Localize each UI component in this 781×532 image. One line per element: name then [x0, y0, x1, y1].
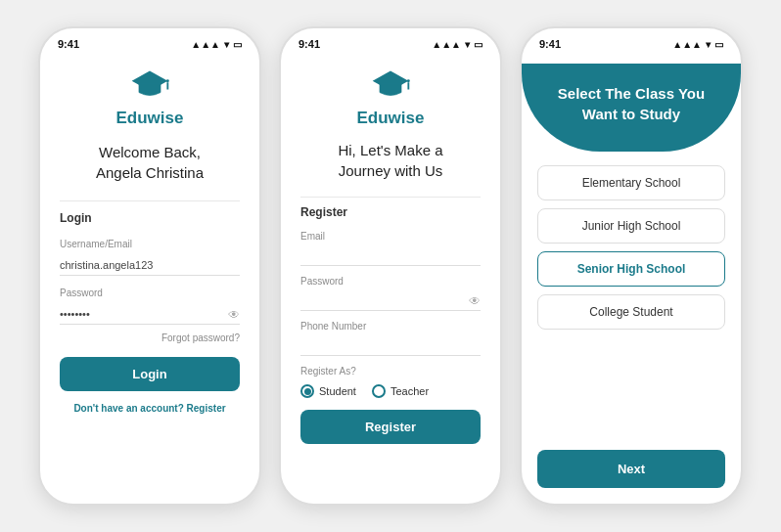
login-body: Eduwise Welcome Back, Angela Christina L…	[40, 54, 259, 427]
battery-icon-1: ▭	[233, 39, 242, 50]
student-label: Student	[319, 385, 356, 397]
register-link-row: Don't have an account? Register	[60, 403, 240, 414]
register-as-label: Register As?	[300, 366, 481, 377]
senior-high-school-option[interactable]: Senior High School	[537, 251, 725, 287]
divider-2	[300, 197, 481, 198]
eye-icon-1[interactable]: 👁	[228, 308, 240, 322]
next-button[interactable]: Next	[537, 450, 725, 488]
divider-1	[60, 200, 240, 201]
eye-icon-2[interactable]: 👁	[469, 294, 481, 308]
elementary-school-option[interactable]: Elementary School	[537, 165, 725, 200]
signal-icon-3: ▲▲▲	[672, 39, 702, 50]
status-bar-3: 9:41 ▲▲▲ ▾ ▭	[522, 28, 741, 54]
battery-icon-2: ▭	[474, 39, 482, 50]
signal-icon-1: ▲▲▲	[191, 39, 220, 50]
password-row: 👁	[60, 304, 240, 325]
phone-class-selection: 9:41 ▲▲▲ ▾ ▭ Select The Class You Want t…	[520, 26, 743, 506]
svg-point-1	[166, 79, 169, 82]
password-input-1[interactable]	[60, 304, 240, 325]
graduation-cap-icon-2	[369, 62, 412, 105]
password-input-2[interactable]	[300, 290, 481, 311]
app-logo-2: Eduwise	[300, 62, 481, 128]
username-input[interactable]	[60, 255, 240, 276]
email-input[interactable]	[300, 245, 481, 266]
battery-icon-3: ▭	[714, 39, 723, 50]
login-section-label: Login	[60, 211, 240, 225]
teacher-label: Teacher	[390, 385, 429, 397]
app-name-1: Eduwise	[116, 109, 184, 128]
status-time-1: 9:41	[58, 38, 79, 50]
login-content: Eduwise Welcome Back, Angela Christina L…	[40, 54, 259, 504]
register-content: Eduwise Hi, Let's Make a Journey with Us…	[281, 54, 500, 504]
username-label: Username/Email	[60, 239, 240, 249]
password-label-2: Password	[300, 276, 481, 287]
teacher-option[interactable]: Teacher	[372, 384, 429, 398]
phone-input[interactable]	[300, 335, 481, 356]
app-logo-1: Eduwise	[60, 62, 240, 128]
student-radio[interactable]	[300, 384, 314, 398]
status-icons-2: ▲▲▲ ▾ ▭	[432, 39, 482, 50]
status-bar-1: 9:41 ▲▲▲ ▾ ▭	[40, 28, 259, 54]
teacher-radio[interactable]	[372, 384, 386, 398]
status-time-3: 9:41	[539, 38, 561, 50]
radio-row: Student Teacher	[300, 384, 481, 398]
app-name-2: Eduwise	[357, 109, 425, 128]
signal-icon-2: ▲▲▲	[432, 39, 461, 50]
phone-register: 9:41 ▲▲▲ ▾ ▭ Eduwise Hi,	[279, 26, 502, 506]
forgot-password-link[interactable]: Forgot password?	[60, 332, 240, 343]
status-icons-3: ▲▲▲ ▾ ▭	[672, 39, 723, 50]
register-body: Eduwise Hi, Let's Make a Journey with Us…	[281, 54, 500, 458]
wifi-icon-2: ▾	[465, 39, 470, 50]
status-icons-1: ▲▲▲ ▾ ▭	[191, 39, 242, 50]
email-label: Email	[300, 231, 481, 242]
class-header: Select The Class You Want to Study	[522, 64, 741, 152]
password-row-2: 👁	[300, 290, 481, 311]
class-options: Elementary School Junior High School Sen…	[522, 152, 741, 450]
wifi-icon-1: ▾	[224, 39, 229, 50]
phones-container: 9:41 ▲▲▲ ▾ ▭ Eduwise Wel	[23, 11, 758, 521]
svg-point-4	[407, 79, 410, 82]
status-time-2: 9:41	[299, 38, 320, 50]
student-option[interactable]: Student	[300, 384, 356, 398]
class-content: Select The Class You Want to Study Eleme…	[522, 28, 741, 504]
register-link[interactable]: Register	[187, 403, 226, 414]
phone-label: Phone Number	[300, 321, 481, 332]
college-student-option[interactable]: College Student	[537, 294, 725, 330]
status-bar-2: 9:41 ▲▲▲ ▾ ▭	[281, 28, 500, 54]
graduation-cap-icon-1	[128, 62, 171, 105]
register-button[interactable]: Register	[300, 410, 481, 444]
wifi-icon-3: ▾	[706, 39, 711, 50]
phone-login: 9:41 ▲▲▲ ▾ ▭ Eduwise Wel	[38, 26, 261, 506]
welcome-text-1: Welcome Back, Angela Christina	[60, 142, 240, 183]
login-button[interactable]: Login	[60, 357, 240, 391]
password-label-1: Password	[60, 288, 240, 298]
register-section-label: Register	[300, 205, 481, 219]
junior-high-school-option[interactable]: Junior High School	[537, 208, 725, 244]
welcome-text-2: Hi, Let's Make a Journey with Us	[300, 140, 481, 181]
